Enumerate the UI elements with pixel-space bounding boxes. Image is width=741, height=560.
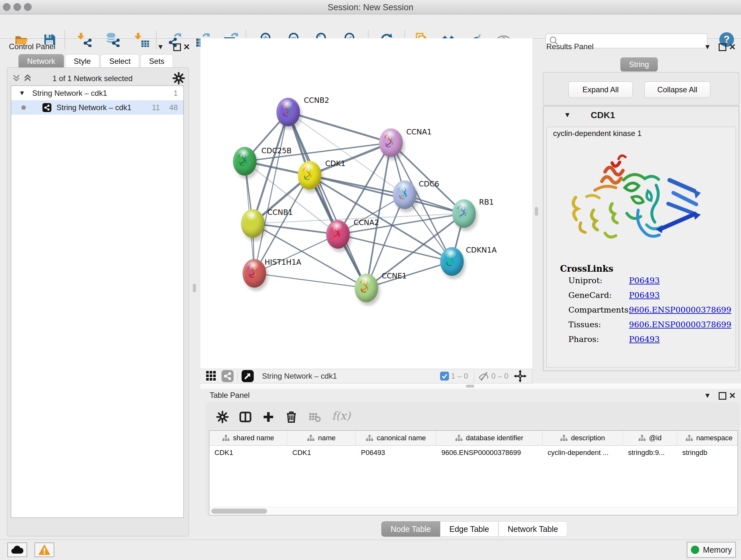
edge-count: 48 <box>169 103 178 112</box>
protein-thumbnail <box>276 98 300 126</box>
table-cell[interactable]: 9606.ENSP00000378699 <box>436 446 542 460</box>
network-row-selected[interactable]: String Network – cdk1 11 48 <box>11 100 184 115</box>
table-row[interactable]: CDK1CDK1P064939606.ENSP00000378699cyclin… <box>209 446 738 460</box>
control-panel-float-icon[interactable] <box>173 44 181 52</box>
network-node-cdk1[interactable] <box>298 161 321 190</box>
network-options-gear-icon[interactable] <box>172 72 185 84</box>
network-node-rb1[interactable] <box>452 199 476 228</box>
table-cell[interactable]: stringdb:9... <box>623 446 677 460</box>
column-header-id[interactable]: @id <box>623 431 677 445</box>
create-column-plus-icon[interactable] <box>262 411 275 423</box>
results-panel-float-icon[interactable] <box>719 44 726 52</box>
network-edge[interactable] <box>254 234 338 273</box>
crosslink-link[interactable]: P06493 <box>629 334 660 344</box>
table-panel-collapse-icon[interactable]: ▼ <box>704 391 711 400</box>
network-node-ccna2[interactable] <box>326 220 350 249</box>
network-edge[interactable] <box>288 112 391 143</box>
table-cell[interactable]: P06493 <box>356 446 436 460</box>
tree-expander-icon[interactable]: ▼ <box>19 89 25 97</box>
show-columns-icon[interactable] <box>239 411 252 423</box>
results-panel-close-icon[interactable]: ✕ <box>729 42 736 52</box>
network-node-cdc25b[interactable] <box>233 147 257 176</box>
protein-section-header[interactable]: ▼ CDK1 <box>543 106 739 126</box>
import-network-database-icon[interactable] <box>105 32 120 47</box>
delete-table-icon <box>309 411 321 423</box>
expand-all-button[interactable]: Expand All <box>568 81 633 98</box>
node-label-cdkn1a: CDKN1A <box>466 246 496 254</box>
column-header-databaseidentifier[interactable]: database identifier <box>436 431 542 445</box>
tab-network-table[interactable]: Network Table <box>498 521 567 537</box>
table-panel-close-icon[interactable]: ✕ <box>729 391 736 401</box>
network-node-ccna1[interactable] <box>379 128 403 157</box>
crosslink-link[interactable]: 9606.ENSP00000378699 <box>629 320 731 329</box>
column-header-canonicalname[interactable]: canonical name <box>356 431 436 445</box>
table-panel-title: Table Panel <box>210 391 250 400</box>
hidden-eye-slash-icon[interactable] <box>478 370 489 382</box>
cloud-button[interactable] <box>7 543 27 557</box>
tab-node-table[interactable]: Node Table <box>381 521 440 537</box>
delete-column-trash-icon[interactable] <box>285 411 298 423</box>
network-node-cdc6[interactable] <box>393 180 416 209</box>
crosslink-row: Uniprot:P06493 <box>568 276 734 291</box>
table-panel-float-icon[interactable] <box>719 392 726 401</box>
warnings-button[interactable] <box>35 543 54 557</box>
tab-select[interactable]: Select <box>100 54 139 68</box>
selected-checkbox-icon[interactable] <box>440 372 449 381</box>
network-collection-row[interactable]: ▼ String Network – cdk1 1 <box>11 86 184 100</box>
horizontal-splitter-handle[interactable] <box>466 385 474 388</box>
results-panel-collapse-icon[interactable]: ▼ <box>704 43 711 51</box>
network-view-canvas[interactable]: CCNB2CCNA1CDC25BCDK1CDC6RB1CCNB1CCNA2CDK… <box>200 38 532 369</box>
network-edge[interactable] <box>254 112 288 273</box>
control-panel-collapse-icon[interactable]: ▼ <box>157 43 164 51</box>
crosslink-link[interactable]: P06493 <box>629 276 660 285</box>
network-node-hist1h1a[interactable] <box>243 259 266 288</box>
table-cell[interactable]: stringdb <box>677 446 738 460</box>
tab-network[interactable]: Network <box>18 54 64 68</box>
column-header-name[interactable]: name <box>287 431 356 445</box>
collapse-all-button[interactable]: Collapse All <box>644 81 711 98</box>
network-node-ccnb1[interactable] <box>241 209 265 238</box>
import-table-icon[interactable] <box>134 32 149 47</box>
network-edge[interactable] <box>338 234 452 261</box>
crosslink-link[interactable]: 9606.ENSP00000378699 <box>629 305 731 314</box>
fit-selected-crosshair-icon[interactable] <box>514 369 527 383</box>
protein-description: cyclin-dependent kinase 1 <box>553 129 642 138</box>
tab-sets[interactable]: Sets <box>140 54 173 68</box>
share-network-icon[interactable] <box>221 370 233 382</box>
table-horizontal-scrollbar[interactable] <box>209 507 738 515</box>
birdseye-grid-icon[interactable] <box>205 370 217 382</box>
table-cell[interactable]: cyclin-dependent ... <box>542 446 623 460</box>
memory-indicator[interactable]: Memory <box>687 542 736 558</box>
right-splitter-handle[interactable] <box>535 207 538 216</box>
column-header-label: canonical name <box>377 434 426 442</box>
column-header-namespace[interactable]: namespace <box>677 431 738 445</box>
column-header-label: description <box>571 434 605 442</box>
network-node-ccnb2[interactable] <box>276 98 300 126</box>
tab-style[interactable]: Style <box>65 54 99 68</box>
crosslink-link[interactable]: P06493 <box>629 291 660 300</box>
network-tree: ▼ String Network – cdk1 1 String Network… <box>11 85 184 518</box>
section-expander-icon[interactable]: ▼ <box>564 111 571 119</box>
network-node-cdkn1a[interactable] <box>440 247 464 276</box>
network-edge[interactable] <box>366 261 452 288</box>
column-header-label: @id <box>649 434 662 442</box>
import-network-file-icon[interactable] <box>77 32 92 47</box>
open-in-window-icon[interactable] <box>242 370 254 382</box>
network-edge[interactable] <box>254 273 366 288</box>
tab-string[interactable]: String <box>620 57 658 71</box>
table-panel-tabs: Node TableEdge TableNetwork Table <box>381 521 567 536</box>
network-label: String Network – cdk1 <box>57 103 131 112</box>
control-panel-close-icon[interactable]: ✕ <box>183 42 190 52</box>
table-cell[interactable]: CDK1 <box>209 446 287 460</box>
table-options-gear-icon[interactable] <box>216 411 229 423</box>
scrollbar-thumb[interactable] <box>211 509 267 514</box>
network-node-ccne1[interactable] <box>354 273 378 302</box>
column-header-sharedname[interactable]: shared name <box>209 431 287 445</box>
tab-edge-table[interactable]: Edge Table <box>440 521 498 537</box>
left-splitter-handle[interactable] <box>193 284 196 293</box>
table-cell[interactable]: CDK1 <box>287 446 356 460</box>
main-toolbar: ? <box>0 14 741 39</box>
node-label-ccnb2: CCNB2 <box>304 96 329 105</box>
network-edge[interactable] <box>310 175 464 213</box>
column-header-description[interactable]: description <box>542 431 623 445</box>
